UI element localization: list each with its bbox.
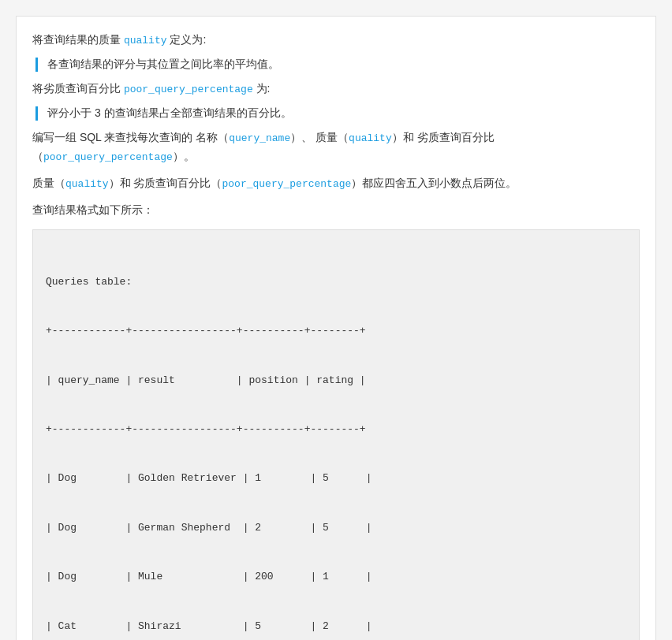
paragraph-3: 编写一组 SQL 来查找每次查询的 名称（query_name）、 质量（qua…: [32, 128, 640, 166]
p2-suffix: 为:: [253, 82, 271, 95]
p1-indent: 各查询结果的评分与其位置之间比率的平均值。: [35, 58, 640, 72]
queries-row-2: | Dog | Mule | 200 | 1 |: [46, 569, 626, 586]
queries-table-block: Queries table: +------------+-----------…: [32, 229, 640, 640]
content-area: 将查询结果的质量 quality 定义为: 各查询结果的评分与其位置之间比率的平…: [16, 16, 656, 640]
p2-indent: 评分小于 3 的查询结果占全部查询结果的百分比。: [35, 106, 640, 121]
queries-row-1: | Dog | German Shepherd | 2 | 5 |: [46, 520, 626, 537]
p1-prefix: 将查询结果的质量: [32, 33, 124, 46]
p2-code: poor_query_percentage: [124, 84, 253, 95]
queries-sep1: +------------+-----------------+--------…: [46, 323, 626, 340]
paragraph-4: 质量（quality）和 劣质查询百分比（poor_query_percenta…: [32, 174, 640, 193]
queries-row-0: | Dog | Golden Retriever | 1 | 5 |: [46, 471, 626, 487]
queries-row-3: | Cat | Shirazi | 5 | 2 |: [46, 619, 626, 635]
p2-prefix: 将劣质查询百分比: [32, 82, 124, 95]
paragraph-2: 将劣质查询百分比 poor_query_percentage 为:: [32, 80, 640, 99]
paragraph-5: 查询结果格式如下所示：: [32, 201, 640, 220]
queries-sep2: +------------+-----------------+--------…: [46, 422, 626, 438]
p1-suffix: 定义为:: [167, 33, 207, 46]
queries-table-title: Queries table:: [46, 274, 626, 291]
queries-header: | query_name | result | position | ratin…: [46, 373, 626, 389]
p1-code: quality: [124, 35, 167, 47]
paragraph-1: 将查询结果的质量 quality 定义为:: [32, 31, 640, 50]
